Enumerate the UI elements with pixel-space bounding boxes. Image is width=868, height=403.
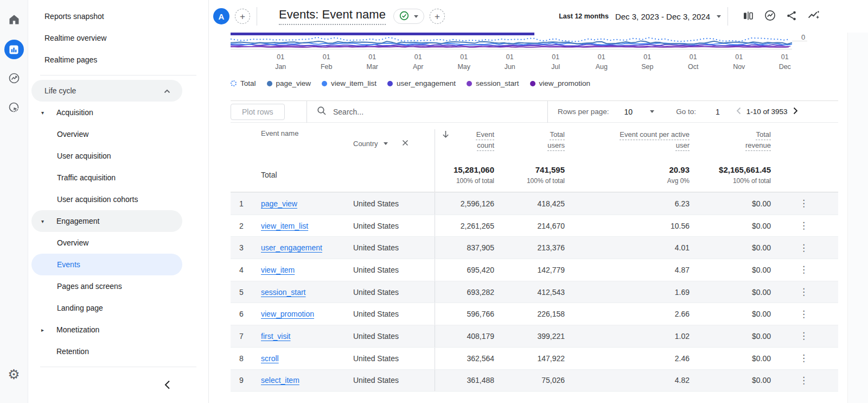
sidebar-item[interactable]: Reports snapshot (28, 5, 208, 27)
plot-rows-button[interactable]: Plot rows (231, 104, 285, 120)
sidebar-item[interactable]: Realtime pages (28, 49, 208, 71)
sidebar-item[interactable]: Landing page (31, 297, 182, 319)
collapse-sidebar-button[interactable] (164, 380, 170, 391)
event-name-link[interactable]: user_engagement (261, 243, 322, 252)
row-menu-button[interactable]: ⋮ (799, 331, 808, 341)
event-name-link[interactable]: view_promotion (261, 310, 314, 318)
sidebar-item-label: Traffic acquisition (57, 173, 116, 182)
legend-swatch (231, 80, 237, 86)
total-users-cell: 412,543 (507, 281, 578, 303)
legend-item[interactable]: view_item_list (322, 79, 376, 87)
row-menu-button[interactable]: ⋮ (799, 354, 808, 363)
country-cell: United States (353, 370, 435, 392)
sidebar-item[interactable]: Overview (31, 123, 182, 145)
sidebar-divider (40, 75, 196, 75)
sidebar-item[interactable]: Pages and screens (31, 275, 182, 297)
expand-arrow-icon[interactable]: ▾ (31, 110, 48, 116)
rows-per-page-select[interactable]: 10 (609, 108, 655, 116)
x-axis-tick: 01Feb (304, 53, 350, 72)
column-header-event-count-per-active-user[interactable]: Event count per active user (612, 129, 690, 151)
add-comparison-button[interactable]: + (235, 9, 250, 24)
sidebar-item-label: Monetization (56, 325, 99, 334)
reports-sidebar: Reports snapshot Realtime overview Realt… (28, 0, 209, 403)
report-status-pill[interactable] (393, 9, 424, 24)
sidebar-item[interactable]: Traffic acquisition (31, 167, 182, 188)
sidebar-item[interactable]: Overview (31, 232, 182, 254)
legend-label: view_promotion (539, 79, 591, 87)
events-over-time-chart: 0 01Jan 01Feb 01Mar 01Apr (231, 33, 838, 72)
country-cell: United States (353, 215, 435, 237)
search-input[interactable] (333, 108, 496, 116)
sidebar-item[interactable]: Events (31, 254, 182, 275)
next-page-button[interactable] (793, 107, 798, 116)
reports-nav-button[interactable] (4, 39, 24, 60)
expand-arrow-icon[interactable]: ▸ (31, 327, 48, 333)
admin-settings-button[interactable]: ⚙ (4, 364, 24, 385)
insights-sparkline-button[interactable] (804, 7, 822, 26)
previous-page-button[interactable] (736, 107, 741, 116)
sidebar-item[interactable]: User acquisition cohorts (31, 188, 182, 210)
insights-button[interactable] (761, 7, 779, 26)
event-count-cell: 361,488 (435, 370, 507, 392)
event-name-link[interactable]: first_visit (261, 332, 290, 341)
row-menu-button[interactable]: ⋮ (799, 310, 808, 319)
revenue-cell: $0.00 (703, 259, 784, 281)
row-menu-button[interactable]: ⋮ (799, 265, 808, 274)
expand-arrow-icon[interactable]: ▾ (31, 218, 48, 224)
explore-nav-button[interactable] (4, 68, 24, 89)
sidebar-item[interactable]: Realtime overview (28, 27, 208, 49)
event-count-cell: 2,261,265 (435, 215, 507, 237)
advertising-nav-button[interactable] (4, 98, 24, 118)
chart-lines (231, 33, 792, 49)
row-menu-button[interactable]: ⋮ (799, 287, 808, 297)
sidebar-item[interactable]: ▸ Monetization (31, 319, 182, 341)
sidebar-item-label: Reports snapshot (44, 12, 104, 21)
event-name-link[interactable]: scroll (261, 354, 279, 363)
event-name-link[interactable]: page_view (261, 199, 297, 208)
go-to-page-input[interactable]: 1 (716, 108, 720, 116)
column-header-total-revenue[interactable]: Total revenue (738, 129, 771, 151)
column-header-event-count[interactable]: Event count (467, 129, 494, 151)
sidebar-item[interactable]: ▾ Engagement (31, 210, 182, 232)
add-metric-button[interactable]: + (430, 9, 445, 24)
legend-item[interactable]: page_view (267, 79, 311, 87)
per-user-cell: 2.66 (578, 303, 703, 325)
remove-dimension-icon[interactable] (402, 140, 409, 148)
date-preset-label: Last 12 months (559, 12, 609, 20)
row-number: 3 (231, 237, 261, 259)
avatar[interactable]: A (213, 8, 229, 24)
column-header-country[interactable]: Country (353, 140, 378, 148)
column-header-event-name[interactable]: Event name (261, 129, 298, 137)
legend-item[interactable]: view_promotion (530, 79, 591, 87)
share-button[interactable] (782, 7, 801, 26)
home-nav-button[interactable] (4, 10, 24, 30)
chevron-down-icon[interactable] (384, 142, 388, 145)
comparisons-button[interactable] (739, 7, 757, 26)
row-menu-button[interactable]: ⋮ (799, 199, 808, 208)
legend-item[interactable]: Total (231, 79, 256, 87)
row-menu-button[interactable]: ⋮ (799, 221, 808, 230)
event-name-link[interactable]: view_item_list (261, 222, 308, 230)
collection-header-life-cycle[interactable]: Life cycle (31, 80, 182, 102)
column-header-total-users[interactable]: Total users (541, 129, 565, 151)
sidebar-item[interactable]: Retention (31, 341, 182, 362)
sidebar-item-label: Events (57, 260, 80, 269)
legend-item[interactable]: session_start (467, 79, 519, 87)
event-name-link[interactable]: session_start (261, 288, 305, 297)
event-name-link[interactable]: select_item (261, 376, 299, 385)
date-range-picker[interactable]: Dec 3, 2023 - Dec 3, 2024 (615, 12, 721, 21)
sidebar-item[interactable]: User acquisition (31, 145, 182, 167)
sidebar-tree: ▾ Acquisition Overview User acquisition … (28, 102, 208, 362)
divider (727, 7, 728, 26)
app-rail: ⚙ (0, 0, 28, 403)
event-name-link[interactable]: view_item (261, 266, 295, 274)
per-user-cell: 4.82 (578, 370, 703, 392)
row-menu-button[interactable]: ⋮ (799, 243, 808, 253)
legend-item[interactable]: user_engagement (387, 79, 456, 87)
x-axis-tick: 01Jun (487, 53, 533, 72)
x-axis-tick: 01Oct (671, 53, 717, 72)
sidebar-item[interactable]: ▾ Acquisition (31, 102, 182, 123)
sort-descending-icon[interactable] (442, 130, 450, 140)
per-user-cell: 1.02 (578, 325, 703, 347)
row-menu-button[interactable]: ⋮ (799, 376, 808, 385)
